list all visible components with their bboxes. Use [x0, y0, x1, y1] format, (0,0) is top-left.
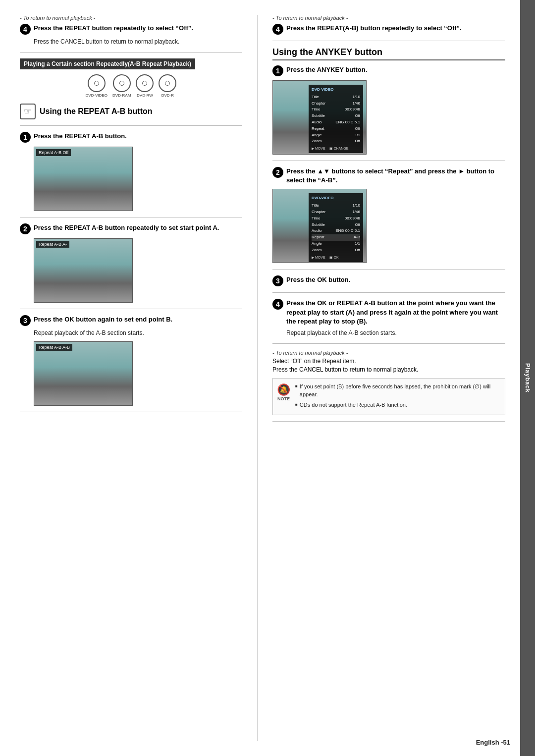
screenshot-step3-left: Repeat A-B A-B [34, 341, 133, 406]
step4-left-text: Press the REPEAT button repeatedly to se… [34, 24, 242, 33]
scene-bg-1 [34, 147, 132, 211]
divider-2 [20, 125, 242, 126]
step2-right-text: Press the ▲▼ buttons to select “Repeat” … [286, 167, 505, 185]
overlay-step3-left: Repeat A-B A-B [36, 344, 72, 351]
menu-row-title-2: Title1/10 [312, 203, 360, 209]
section-banner: Playing a Certain section Repeatedly(A-B… [20, 58, 195, 69]
menu-row-time-1: Time00:09:48 [312, 107, 360, 113]
right-column: - To return to normal playback - 4 Press… [258, 15, 505, 741]
disc-circle-dvd-r [159, 74, 176, 92]
step3-right-row: 3 Press the OK button. [272, 275, 505, 286]
step4-right-text: Press the REPEAT(A-B) button repeatedly … [286, 24, 505, 33]
menu-row-title-1: Title1/10 [312, 94, 360, 101]
repeat-ab-title: Using the REPEAT A-B button [40, 107, 153, 116]
step-number-3-left: 3 [20, 315, 31, 326]
divider-r4 [272, 292, 505, 293]
disc-circle-dvd-rw [136, 74, 154, 92]
step3-left-text: Press the OK button again to set end poi… [34, 315, 242, 324]
page: - To return to normal playback - 4 Press… [0, 0, 535, 756]
menu-footer-2: ▶ MOVE▣ OK [312, 255, 360, 260]
menu-row-angle-1: Angle1/1 [312, 132, 360, 139]
note-box: 🔕 NOTE If you set point (B) before five … [272, 378, 505, 416]
scene-bg-2 [34, 239, 132, 302]
divider-r3 [272, 269, 505, 270]
menu-row-audio-2: AudioENG 00 D 5.1 [312, 228, 360, 234]
disc-icons-row: DVD-VIDEO DVD-RAM DVD-RW DVD-R [20, 74, 242, 98]
screenshot-step2-right: DVD-VIDEO Title1/10 Chapter1/46 Time00:0… [272, 189, 367, 263]
divider-1 [20, 52, 242, 53]
menu-overlay-1: DVD-VIDEO Title1/10 Chapter1/46 Time00:0… [309, 85, 363, 153]
disc-circle-dvd-video [88, 74, 106, 92]
menu-title-2: DVD-VIDEO [312, 195, 360, 202]
step-number-1-right: 1 [272, 65, 283, 76]
return-text1: Select “Off” on the Repeat item. [272, 358, 505, 365]
step4-left-row: 4 Press the REPEAT button repeatedly to … [20, 24, 242, 35]
step1-right-text: Press the ANYKEY button. [286, 65, 505, 74]
disc-icon-dvd-r: DVD-R [159, 74, 176, 98]
menu-row-repeat-2-highlighted: RepeatA-B [312, 234, 360, 241]
side-tab: Playback [520, 0, 535, 756]
main-content: - To return to normal playback - 4 Press… [0, 0, 520, 756]
menu-row-angle-2: Angle1/1 [312, 241, 360, 247]
step3-left-sub: Repeat playback of the A-B section start… [34, 329, 242, 337]
menu-row-time-2: Time00:09:48 [312, 216, 360, 222]
note-icon: 🔕 [277, 383, 290, 396]
menu-title-1: DVD-VIDEO [312, 87, 360, 93]
step4-right-ok-row: 4 Press the OK or REPEAT A-B button at t… [272, 299, 505, 326]
note-icon-col: 🔕 NOTE [277, 382, 290, 401]
step4-right-row: 4 Press the REPEAT(A-B) button repeatedl… [272, 24, 505, 35]
disc-circle-dvd-ram [113, 74, 131, 92]
return-text2: Press the CANCEL button to return to nor… [272, 366, 505, 373]
menu-footer-1: ▶ MOVE▣ CHANGE [312, 146, 360, 151]
step4-right-ok-sub: Repeat playback of the A-B section start… [286, 329, 505, 337]
divider-r2 [272, 161, 505, 161]
step4-left-sub: Press the CANCEL button to return to nor… [34, 38, 242, 46]
screenshot-step2-left: Repeat A-B A- [34, 238, 133, 303]
divider-r5 [272, 343, 505, 344]
note-bullet-1: If you set point (B) before five seconds… [295, 382, 501, 399]
step-number-1-left: 1 [20, 132, 31, 143]
step-number-3-right: 3 [272, 275, 283, 286]
step1-left-row: 1 Press the REPEAT A-B button. [20, 132, 242, 143]
menu-overlay-2: DVD-VIDEO Title1/10 Chapter1/46 Time00:0… [309, 193, 363, 262]
menu-row-chapter-1: Chapter1/46 [312, 101, 360, 107]
overlay-step1-left: Repeat A-B Off [36, 149, 71, 156]
note-bullet-2: CDs do not support the Repeat A-B functi… [295, 401, 501, 409]
menu-row-repeat-1: RepeatOff [312, 126, 360, 132]
divider-3 [20, 217, 242, 217]
step-number-2-right: 2 [272, 167, 283, 178]
divider-5 [20, 412, 242, 412]
step3-left-row: 3 Press the OK button again to set end p… [20, 315, 242, 326]
repeat-ab-icon: ☞ [20, 104, 36, 119]
menu-row-subtitle-2: SubtitleOff [312, 222, 360, 228]
left-column: - To return to normal playback - 4 Press… [20, 15, 258, 741]
divider-r6 [272, 421, 505, 422]
anykey-section-title: Using the ANYKEY button [272, 47, 505, 60]
overlay-step2-left: Repeat A-B A- [36, 241, 69, 248]
note-content: If you set point (B) before five seconds… [295, 382, 501, 411]
menu-row-zoom-1: ZoomOff [312, 138, 360, 145]
divider-r1 [272, 41, 505, 41]
step1-right-row: 1 Press the ANYKEY button. [272, 65, 505, 76]
divider-4 [20, 309, 242, 309]
step4-right-ok-text: Press the OK or REPEAT A-B button at the… [286, 299, 505, 326]
return-label-bottom-right: - To return to normal playback - [272, 350, 505, 356]
menu-row-chapter-2: Chapter1/46 [312, 209, 360, 216]
return-label-top-left: - To return to normal playback - [20, 15, 242, 21]
repeat-ab-title-row: ☞ Using the REPEAT A-B button [20, 104, 242, 119]
step2-left-row: 2 Press the REPEAT A-B button repeatedly… [20, 223, 242, 234]
step-number-4-right: 4 [272, 24, 283, 35]
disc-icon-dvd-ram: DVD-RAM [112, 74, 131, 98]
note-label: NOTE [277, 396, 290, 401]
screenshot-step1-left: Repeat A-B Off [34, 147, 133, 211]
disc-icon-dvd-rw: DVD-RW [136, 74, 154, 98]
step-number-2-left: 2 [20, 223, 31, 234]
menu-row-audio-1: AudioENG 00 D 5.1 [312, 119, 360, 126]
step2-right-row: 2 Press the ▲▼ buttons to select “Repeat… [272, 167, 505, 185]
menu-row-zoom-2: ZoomOff [312, 247, 360, 254]
page-number: English -51 [476, 739, 510, 746]
disc-icon-dvd-video: DVD-VIDEO [86, 74, 107, 98]
step3-right-text: Press the OK button. [286, 275, 505, 284]
scene-bg-3 [34, 342, 132, 405]
menu-row-subtitle-1: SubtitleOff [312, 113, 360, 119]
